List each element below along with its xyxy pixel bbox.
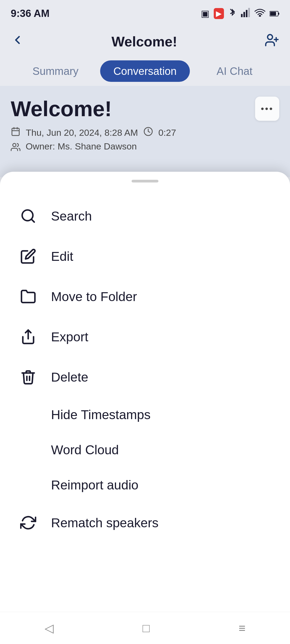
tab-ai-chat[interactable]: AI Chat	[190, 60, 279, 82]
content-header: Welcome! •••	[11, 97, 279, 121]
hide-timestamps-label: Hide Timestamps	[51, 408, 151, 422]
menu-item-rematch-speakers[interactable]: Rematch speakers	[0, 503, 290, 543]
delete-icon	[19, 368, 38, 386]
battery-icon	[270, 8, 279, 19]
status-bar: 9:36 AM ▣ ▶	[0, 0, 290, 27]
wifi-icon	[255, 8, 265, 19]
content-area: Welcome! ••• Thu, Jun 20, 2024, 8:28 AM …	[0, 86, 290, 177]
svg-point-16	[13, 144, 16, 147]
tab-conversation-label: Conversation	[113, 65, 177, 77]
tab-ai-chat-label: AI Chat	[217, 65, 252, 77]
tab-conversation[interactable]: Conversation	[100, 60, 190, 82]
video-camera-icon: ▣	[201, 8, 209, 19]
reimport-audio-label: Reimport audio	[51, 478, 139, 492]
bottom-sheet: Search Edit Move to Folder	[0, 172, 290, 644]
nav-menu-button[interactable]: ≡	[228, 616, 256, 640]
menu-item-hide-timestamps[interactable]: Hide Timestamps	[0, 397, 290, 432]
nav-bar: Welcome!	[0, 27, 290, 56]
edit-icon	[19, 247, 38, 266]
calendar-icon	[11, 127, 20, 138]
menu-item-delete[interactable]: Delete	[0, 357, 290, 397]
menu-item-word-cloud[interactable]: Word Cloud	[0, 432, 290, 467]
edit-label: Edit	[51, 249, 73, 264]
svg-rect-6	[278, 13, 279, 15]
more-dots-icon: •••	[261, 104, 274, 114]
rematch-speakers-label: Rematch speakers	[51, 515, 158, 530]
date-text: Thu, Jun 20, 2024, 8:28 AM	[26, 127, 138, 138]
content-meta: Thu, Jun 20, 2024, 8:28 AM 0:27	[11, 127, 279, 138]
menu-item-search[interactable]: Search	[0, 196, 290, 236]
svg-point-8	[267, 35, 272, 39]
sheet-menu: Search Edit Move to Folder	[0, 188, 290, 554]
owner-label: Owner: Ms. Shane Dawson	[26, 141, 137, 151]
bottom-navigation: ◁ □ ≡	[0, 612, 290, 644]
export-label: Export	[51, 330, 88, 344]
page-title: Welcome!	[111, 34, 177, 50]
more-options-button[interactable]: •••	[255, 97, 279, 121]
bluetooth-icon	[228, 7, 236, 20]
nav-home-button[interactable]: □	[132, 616, 161, 640]
svg-point-4	[259, 15, 261, 17]
export-icon	[19, 327, 38, 346]
tab-summary[interactable]: Summary	[11, 60, 100, 82]
svg-rect-0	[241, 14, 243, 17]
search-label: Search	[51, 209, 92, 224]
word-cloud-label: Word Cloud	[51, 443, 119, 457]
svg-rect-3	[248, 8, 250, 17]
svg-rect-11	[12, 128, 19, 136]
duration-text: 0:27	[158, 127, 176, 138]
content-title: Welcome!	[11, 97, 112, 121]
tab-summary-label: Summary	[32, 65, 78, 77]
status-icons: ▣ ▶	[201, 7, 279, 20]
back-button[interactable]	[11, 33, 24, 50]
nav-back-button[interactable]: ◁	[34, 616, 64, 640]
sheet-handle	[132, 180, 158, 182]
menu-item-export[interactable]: Export	[0, 317, 290, 357]
clock-icon	[143, 127, 153, 138]
add-user-button[interactable]	[264, 33, 279, 50]
svg-rect-2	[246, 10, 248, 17]
signal-icon	[241, 8, 250, 19]
menu-item-move-to-folder[interactable]: Move to Folder	[0, 276, 290, 317]
status-time: 9:36 AM	[11, 8, 49, 19]
svg-rect-7	[270, 12, 276, 16]
refresh-icon	[19, 513, 38, 532]
svg-rect-1	[244, 12, 245, 17]
svg-line-18	[31, 219, 34, 222]
recording-icon: ▶	[214, 8, 224, 19]
menu-item-reimport-audio[interactable]: Reimport audio	[0, 467, 290, 503]
folder-icon	[19, 287, 38, 306]
menu-item-edit[interactable]: Edit	[0, 236, 290, 276]
search-icon	[19, 207, 38, 225]
move-to-folder-label: Move to Folder	[51, 289, 137, 304]
owner-text: Owner: Ms. Shane Dawson	[11, 141, 279, 152]
tabs-bar: Summary Conversation AI Chat	[0, 56, 290, 86]
delete-label: Delete	[51, 370, 88, 385]
